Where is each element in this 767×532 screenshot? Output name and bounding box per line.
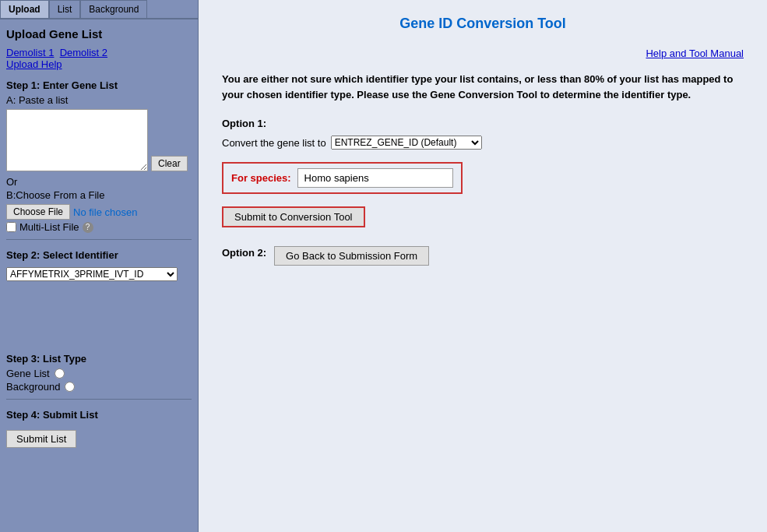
warning-text: You are either not sure which identifier… [222,72,744,102]
go-back-button[interactable]: Go Back to Submission Form [274,246,429,266]
gene-list-textarea[interactable] [6,109,148,171]
identifier-select[interactable]: AFFYMETRIX_3PRIME_IVT_ID ENTREZ_GENE_ID … [6,267,178,281]
sidebar-links: Demolist 1 Demolist 2 Upload Help [6,47,192,70]
multi-list-checkbox[interactable] [6,222,16,232]
submit-list-button[interactable]: Submit List [6,430,76,448]
submit-conversion-button[interactable]: Submit to Conversion Tool [222,206,365,227]
help-tool-manual-link[interactable]: Help and Tool Manual [646,48,744,59]
convert-prefix: Convert the gene list to [222,137,326,149]
tab-bar: Upload List Background [0,0,198,19]
multi-list-label: Multi-List File [19,221,79,233]
background-radio[interactable] [65,382,75,392]
paste-sublabel: A: Paste a list [6,94,192,106]
help-icon[interactable]: ? [83,222,93,233]
gene-list-radio-label: Gene List [6,368,50,379]
sidebar-heading: Upload Gene List [6,27,192,41]
or-label: Or [6,176,192,188]
tab-list[interactable]: List [49,0,81,18]
convert-row: Convert the gene list to ENTREZ_GENE_ID … [222,136,744,150]
file-sublabel: B:Choose From a File [6,189,192,201]
demolist2-link[interactable]: Demolist 2 [60,47,107,58]
choose-file-button[interactable]: Choose File [6,204,70,220]
main-content: Gene ID Conversion Tool Help and Tool Ma… [199,0,767,532]
no-file-text: No file chosen [73,206,137,218]
option2-row: Option 2: Go Back to Submission Form [222,246,744,266]
clear-button[interactable]: Clear [151,156,188,171]
upload-help-link[interactable]: Upload Help [6,58,62,70]
sidebar: Upload List Background Upload Gene List … [0,0,199,532]
demolist1-link[interactable]: Demolist 1 [6,47,54,58]
help-link-container: Help and Tool Manual [222,48,744,59]
background-radio-label: Background [6,381,60,393]
gene-list-radio[interactable] [55,368,65,379]
step3-label: Step 3: List Type [6,353,192,365]
tab-upload[interactable]: Upload [0,0,49,18]
option1-label: Option 1: [222,118,744,129]
step4-label: Step 4: Submit List [6,409,192,421]
species-section: For species: [222,162,463,194]
option2-label: Option 2: [222,247,266,259]
page-title: Gene ID Conversion Tool [222,16,744,32]
convert-select[interactable]: ENTREZ_GENE_ID (Default) ENSEMBL_GENE_ID… [331,136,482,150]
step1-label: Step 1: Enter Gene List [6,79,192,91]
species-label: For species: [231,172,291,184]
species-input[interactable] [297,168,453,188]
step2-label: Step 2: Select Identifier [6,249,192,261]
tab-background[interactable]: Background [80,0,147,18]
